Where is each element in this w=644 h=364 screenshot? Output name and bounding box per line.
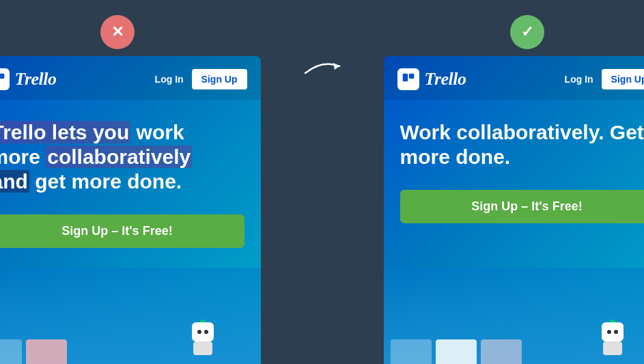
good-panel-content: Work collaboratively. Get more done. Sig… bbox=[384, 100, 645, 237]
good-panel-logo: Trello bbox=[397, 68, 466, 90]
good-badge: ✓ bbox=[510, 15, 544, 49]
good-signup-button[interactable]: Sign Up bbox=[602, 69, 644, 89]
bad-signup-button[interactable]: Sign Up bbox=[192, 69, 247, 89]
robot-eye-right-good bbox=[614, 330, 618, 334]
good-login-link[interactable]: Log In bbox=[565, 74, 593, 85]
good-panel-nav: Log In Sign Up bbox=[565, 69, 644, 89]
bad-boards bbox=[0, 339, 67, 365]
good-board-card-3 bbox=[481, 339, 522, 365]
trello-name-bad: Trello bbox=[15, 69, 57, 89]
bad-panel-content: Trello lets you work more collaborativel… bbox=[0, 100, 261, 262]
robot-eye-right-bad bbox=[204, 330, 208, 334]
robot-body-bad bbox=[193, 341, 212, 355]
good-cta-button[interactable]: Sign Up – It's Free! bbox=[400, 190, 645, 223]
good-panel-illustration bbox=[384, 268, 645, 365]
bad-robot bbox=[186, 322, 220, 363]
robot-head-good bbox=[602, 322, 624, 341]
svg-rect-4 bbox=[408, 73, 414, 79]
arrow-container bbox=[302, 15, 343, 76]
bad-panel-logo: Trello bbox=[0, 68, 57, 90]
robot-head-bad bbox=[192, 322, 214, 341]
bad-badge: ✕ bbox=[100, 15, 135, 49]
good-board-card-1 bbox=[391, 339, 432, 365]
bad-headline-highlight2: collaboratively bbox=[46, 145, 192, 168]
robot-body-good bbox=[603, 341, 622, 355]
trello-icon-bad bbox=[0, 68, 10, 90]
transition-arrow bbox=[302, 56, 343, 76]
good-robot bbox=[596, 322, 630, 363]
good-panel: Trello Log In Sign Up Work collaborative… bbox=[384, 56, 645, 365]
robot-eye-left-bad bbox=[197, 330, 201, 334]
good-headline: Work collaboratively. Get more done. bbox=[400, 120, 645, 169]
robot-eyes-bad bbox=[197, 330, 208, 334]
svg-rect-3 bbox=[402, 73, 408, 81]
good-panel-header: Trello Log In Sign Up bbox=[384, 56, 645, 100]
bad-login-link[interactable]: Log In bbox=[155, 74, 184, 85]
main-container: ✕ Trello Log In Si bbox=[0, 0, 644, 364]
svg-rect-1 bbox=[0, 73, 4, 79]
bad-panel-header: Trello Log In Sign Up bbox=[0, 56, 261, 100]
good-board-card-2 bbox=[436, 339, 477, 365]
good-boards bbox=[391, 339, 522, 365]
bad-cta-button[interactable]: Sign Up – It's Free! bbox=[0, 214, 244, 248]
robot-eyes-good bbox=[607, 330, 618, 334]
bad-headline: Trello lets you work more collaborativel… bbox=[0, 120, 244, 194]
board-card-2 bbox=[26, 339, 67, 365]
robot-eye-left-good bbox=[607, 330, 611, 334]
svg-marker-2 bbox=[333, 63, 339, 70]
board-card-1 bbox=[0, 339, 22, 365]
good-panel-wrapper: ✓ Trello Log In Si bbox=[384, 15, 645, 365]
trello-icon-good bbox=[397, 68, 419, 90]
bad-headline-highlight1: Trello lets you bbox=[0, 121, 130, 143]
bad-panel-wrapper: ✕ Trello Log In Si bbox=[0, 15, 261, 365]
panels-wrapper: ✕ Trello Log In Si bbox=[0, 0, 644, 364]
trello-name-good: Trello bbox=[425, 69, 466, 89]
bad-panel-nav: Log In Sign Up bbox=[155, 69, 247, 89]
bad-panel-illustration bbox=[0, 268, 261, 365]
bad-headline-highlight3: and bbox=[0, 170, 29, 193]
bad-panel: Trello Log In Sign Up Trello lets you wo… bbox=[0, 56, 261, 365]
